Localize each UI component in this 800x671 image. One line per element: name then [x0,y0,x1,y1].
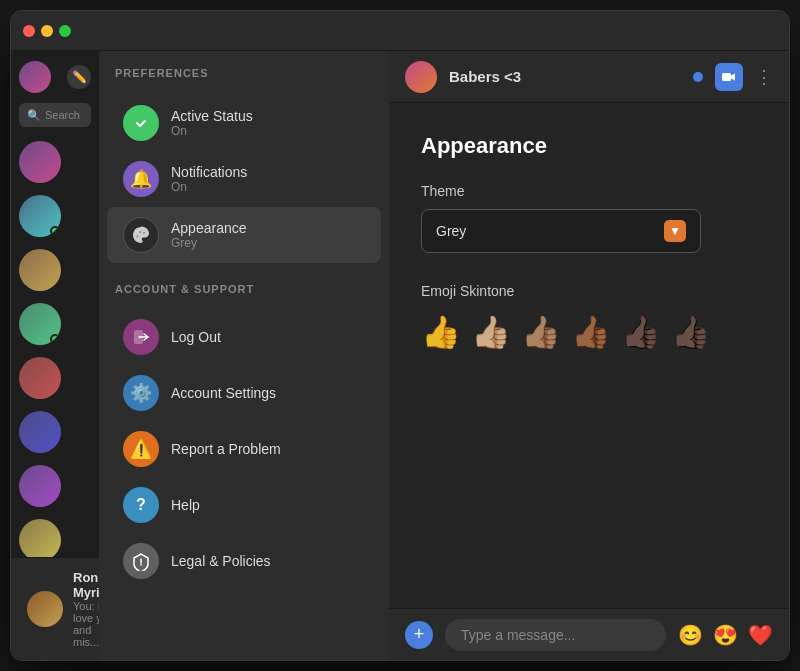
svg-rect-5 [722,73,731,81]
appearance-label: Appearance [171,220,365,236]
list-item[interactable] [11,459,99,513]
chat-name: Babers <3 [449,68,681,85]
close-button[interactable] [23,25,35,37]
emoji-skintone-row: 👍 👍🏼 👍🏽 👍🏾 👍🏿 👍🏿 [421,313,757,351]
footer-icons: 😊 😍 ❤️ [678,623,773,647]
legal-text: Legal & Policies [171,553,365,569]
video-call-button[interactable] [715,63,743,91]
list-item[interactable] [11,189,99,243]
avatar [19,519,61,557]
pref-item-appearance[interactable]: Appearance Grey [107,207,381,263]
active-status-sub: On [171,124,365,138]
emoji-skintone-label: Emoji Skintone [421,283,757,299]
message-input[interactable]: Type a message... [445,619,666,651]
notifications-label: Notifications [171,164,365,180]
logout-icon [123,319,159,355]
heart-button[interactable]: ❤️ [748,623,773,647]
account-section: ACCOUNT & SUPPORT Log Out ⚙ [99,271,389,589]
profile-preview: You: I love you and mis... [73,600,99,648]
report-text: Report a Problem [171,441,365,457]
pref-item-report[interactable]: ⚠️ Report a Problem [107,421,381,477]
content-area: Babers <3 ⋮ Appearance Theme [389,51,789,660]
help-text: Help [171,497,365,513]
minimize-button[interactable] [41,25,53,37]
main-layout: ✏️ 🔍 Search [11,51,789,660]
avatar [19,249,61,291]
preferences-section-label: PREFERENCES [115,67,373,79]
emoji-skintone-dark[interactable]: 👍🏿 [671,313,711,351]
list-item[interactable] [11,405,99,459]
traffic-lights [23,25,71,37]
avatar [19,195,61,237]
avatar [19,411,61,453]
title-bar [11,11,789,51]
emoji-skintone-medium[interactable]: 👍🏾 [571,313,611,351]
appearance-title: Appearance [421,133,757,159]
theme-label: Theme [421,183,757,199]
edit-icon[interactable]: ✏️ [67,65,91,89]
contacts-header: ✏️ [11,51,99,103]
profile-name: Roni Myrick [73,570,99,600]
preferences-panel: PREFERENCES Active Status On 🔔 [99,51,389,660]
avatar [19,303,61,345]
contact-list [11,135,99,557]
emoji-skintone-medium-dark[interactable]: 👍🏿 [621,313,661,351]
appearance-text: Appearance Grey [171,220,365,250]
emoji-button[interactable]: 😊 [678,623,703,647]
help-icon: ? [123,487,159,523]
list-item[interactable] [11,351,99,405]
pref-item-account-settings[interactable]: ⚙️ Account Settings [107,365,381,421]
preferences-header: PREFERENCES [99,51,389,95]
svg-point-0 [132,114,150,132]
status-dot [693,72,703,82]
active-status-text: Active Status On [171,108,365,138]
notifications-text: Notifications On [171,164,365,194]
sticker-button[interactable]: 😍 [713,623,738,647]
user-avatar[interactable] [19,61,51,93]
logout-label: Log Out [171,329,365,345]
appearance-icon [123,217,159,253]
contacts-sidebar: ✏️ 🔍 Search [11,51,99,660]
list-item[interactable] [11,243,99,297]
legal-icon [123,543,159,579]
avatar [19,465,61,507]
logout-text: Log Out [171,329,365,345]
emoji-skintone-medium-light[interactable]: 👍🏽 [521,313,561,351]
more-options-icon[interactable]: ⋮ [755,66,773,88]
report-icon: ⚠️ [123,431,159,467]
emoji-skintone-light[interactable]: 👍🏼 [471,313,511,351]
list-item[interactable] [11,297,99,351]
chat-header: Babers <3 ⋮ [389,51,789,103]
search-label: Search [45,109,80,121]
report-label: Report a Problem [171,441,365,457]
theme-select[interactable]: Grey ▼ [421,209,701,253]
chat-header-icons: ⋮ [693,63,773,91]
pref-item-help[interactable]: ? Help [107,477,381,533]
emoji-skintone-default[interactable]: 👍 [421,313,461,351]
account-section-label: ACCOUNT & SUPPORT [115,283,373,295]
chevron-down-icon: ▼ [664,220,686,242]
svg-point-1 [137,236,139,238]
list-item[interactable] [11,135,99,189]
search-icon: 🔍 [27,109,41,122]
profile-section: Roni Myrick You: I love you and mis... ⋯ [11,557,99,660]
svg-point-2 [139,231,141,233]
add-button[interactable]: + [405,621,433,649]
list-item[interactable] [11,513,99,557]
legal-label: Legal & Policies [171,553,365,569]
profile-avatar [27,591,63,627]
notifications-sub: On [171,180,365,194]
settings-icon: ⚙️ [123,375,159,411]
active-status-label: Active Status [171,108,365,124]
chat-footer: + Type a message... 😊 😍 ❤️ [389,608,789,660]
search-bar[interactable]: 🔍 Search [19,103,91,127]
pref-item-active-status[interactable]: Active Status On [107,95,381,151]
appearance-sub: Grey [171,236,365,250]
appearance-content: Appearance Theme Grey ▼ Emoji Skintone 👍… [389,103,789,608]
avatar [19,357,61,399]
maximize-button[interactable] [59,25,71,37]
pref-item-notifications[interactable]: 🔔 Notifications On [107,151,381,207]
chat-avatar [405,61,437,93]
pref-item-logout[interactable]: Log Out [107,309,381,365]
pref-item-legal[interactable]: Legal & Policies [107,533,381,589]
